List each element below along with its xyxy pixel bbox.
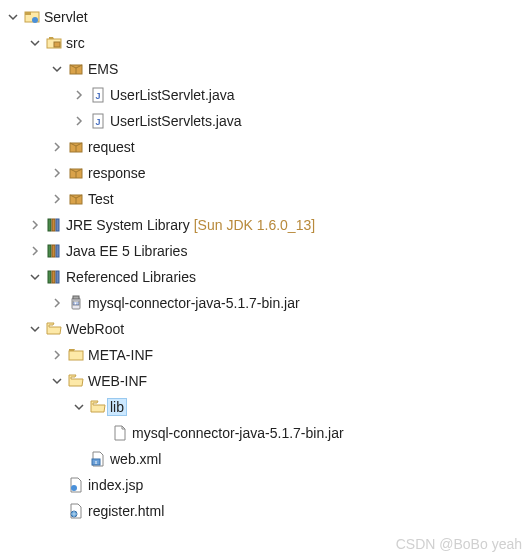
folder-label: WEB-INF xyxy=(88,373,147,389)
svg-point-2 xyxy=(32,17,38,23)
source-folder-icon xyxy=(46,35,62,51)
expand-arrow-right-icon[interactable] xyxy=(28,244,42,258)
tree-item-project[interactable]: Servlet xyxy=(4,4,528,30)
tree-item-jre[interactable]: JRE System Library [Sun JDK 1.6.0_13] xyxy=(4,212,528,238)
package-label: EMS xyxy=(88,61,118,77)
tree-item-package-response[interactable]: response xyxy=(4,160,528,186)
svg-text:010: 010 xyxy=(73,301,80,306)
svg-rect-1 xyxy=(25,12,31,15)
xml-file-icon: x xyxy=(90,451,106,467)
java-file-label: UserListServlets.java xyxy=(110,113,242,129)
tree-item-java-file[interactable]: J UserListServlets.java xyxy=(4,108,528,134)
expand-arrow-right-icon[interactable] xyxy=(50,296,64,310)
package-icon xyxy=(68,139,84,155)
expand-arrow-right-icon[interactable] xyxy=(50,192,64,206)
folder-open-icon xyxy=(90,399,106,415)
tree-item-javaee[interactable]: Java EE 5 Libraries xyxy=(4,238,528,264)
tree-item-html[interactable]: register.html xyxy=(4,498,528,524)
file-label: register.html xyxy=(88,503,164,519)
svg-rect-13 xyxy=(48,219,51,231)
library-decoration: [Sun JDK 1.6.0_13] xyxy=(194,217,315,233)
svg-text:J: J xyxy=(95,91,100,101)
folder-label-selected: lib xyxy=(107,398,127,416)
expand-arrow-right-icon[interactable] xyxy=(50,166,64,180)
svg-rect-14 xyxy=(52,219,55,231)
svg-rect-21 xyxy=(56,271,59,283)
expand-arrow-right-icon[interactable] xyxy=(50,140,64,154)
folder-open-icon xyxy=(46,321,62,337)
java-file-icon: J xyxy=(90,87,106,103)
expand-arrow-down-icon[interactable] xyxy=(50,62,64,76)
project-icon xyxy=(24,9,40,25)
svg-rect-19 xyxy=(48,271,51,283)
tree-item-package-test[interactable]: Test xyxy=(4,186,528,212)
expand-arrow-right-icon[interactable] xyxy=(72,114,86,128)
java-file-icon: J xyxy=(90,113,106,129)
java-file-label: UserListServlet.java xyxy=(110,87,235,103)
html-file-icon xyxy=(68,503,84,519)
library-icon xyxy=(46,217,62,233)
folder-label: META-INF xyxy=(88,347,153,363)
library-icon xyxy=(46,269,62,285)
jsp-file-icon xyxy=(68,477,84,493)
tree-item-webxml[interactable]: x web.xml xyxy=(4,446,528,472)
project-label: Servlet xyxy=(44,9,88,25)
library-label: JRE System Library xyxy=(66,217,190,233)
src-label: src xyxy=(66,35,85,51)
expand-arrow-down-icon[interactable] xyxy=(28,322,42,336)
svg-rect-18 xyxy=(56,245,59,257)
svg-rect-26 xyxy=(69,351,83,360)
tree-item-jar-file[interactable]: mysql-connector-java-5.1.7-bin.jar xyxy=(4,420,528,446)
svg-rect-16 xyxy=(48,245,51,257)
tree-item-package-request[interactable]: request xyxy=(4,134,528,160)
expand-arrow-down-icon[interactable] xyxy=(50,374,64,388)
tree-item-jsp[interactable]: index.jsp xyxy=(4,472,528,498)
svg-rect-20 xyxy=(52,271,55,283)
package-icon xyxy=(68,61,84,77)
file-label: index.jsp xyxy=(88,477,143,493)
library-label: Java EE 5 Libraries xyxy=(66,243,187,259)
package-label: request xyxy=(88,139,135,155)
jar-icon: 010 xyxy=(68,295,84,311)
tree-item-lib[interactable]: lib xyxy=(4,394,528,420)
tree-item-package-ems[interactable]: EMS xyxy=(4,56,528,82)
library-icon xyxy=(46,243,62,259)
library-label: Referenced Libraries xyxy=(66,269,196,285)
package-icon xyxy=(68,191,84,207)
expand-arrow-down-icon[interactable] xyxy=(28,36,42,50)
expand-arrow-down-icon[interactable] xyxy=(28,270,42,284)
expand-arrow-right-icon[interactable] xyxy=(28,218,42,232)
folder-icon xyxy=(68,347,84,363)
package-icon xyxy=(68,165,84,181)
tree-item-jar[interactable]: 010 mysql-connector-java-5.1.7-bin.jar xyxy=(4,290,528,316)
folder-open-icon xyxy=(68,373,84,389)
folder-label: WebRoot xyxy=(66,321,124,337)
tree-item-src[interactable]: src xyxy=(4,30,528,56)
svg-rect-15 xyxy=(56,219,59,231)
jar-label: mysql-connector-java-5.1.7-bin.jar xyxy=(88,295,300,311)
expand-arrow-down-icon[interactable] xyxy=(6,10,20,24)
svg-rect-17 xyxy=(52,245,55,257)
tree-item-reflib[interactable]: Referenced Libraries xyxy=(4,264,528,290)
tree-item-webroot[interactable]: WebRoot xyxy=(4,316,528,342)
tree-item-metainf[interactable]: META-INF xyxy=(4,342,528,368)
file-label: mysql-connector-java-5.1.7-bin.jar xyxy=(132,425,344,441)
expand-arrow-down-icon[interactable] xyxy=(72,400,86,414)
tree-item-webinf[interactable]: WEB-INF xyxy=(4,368,528,394)
file-label: web.xml xyxy=(110,451,161,467)
expand-arrow-right-icon[interactable] xyxy=(72,88,86,102)
file-icon xyxy=(112,425,128,441)
watermark: CSDN @BoBo yeah xyxy=(396,536,522,552)
svg-text:J: J xyxy=(95,117,100,127)
svg-rect-23 xyxy=(73,296,79,299)
expand-arrow-right-icon[interactable] xyxy=(50,348,64,362)
svg-point-29 xyxy=(71,485,77,491)
package-label: Test xyxy=(88,191,114,207)
package-label: response xyxy=(88,165,146,181)
svg-rect-4 xyxy=(54,42,60,47)
tree-item-java-file[interactable]: J UserListServlet.java xyxy=(4,82,528,108)
